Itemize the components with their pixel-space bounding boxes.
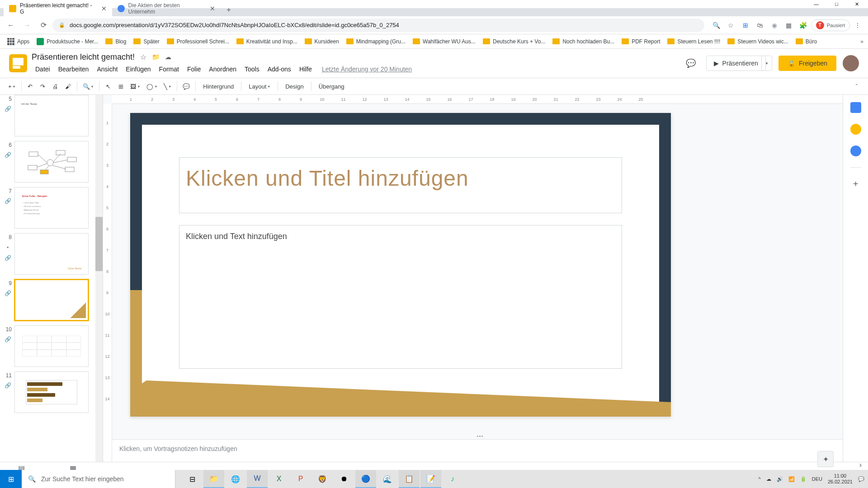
notes-resize-handle[interactable]: [473, 436, 486, 438]
explorer-icon[interactable]: 📁: [203, 470, 224, 488]
tasks-icon[interactable]: [850, 145, 861, 156]
document-name[interactable]: Präsentieren leicht gemacht!: [32, 52, 135, 62]
slide-canvas[interactable]: Klicken und Titel hinzufügen Klicken und…: [130, 113, 671, 417]
forward-button[interactable]: →: [20, 18, 34, 33]
design-button[interactable]: Design: [281, 80, 308, 92]
slide-thumbnail-10[interactable]: [14, 325, 89, 367]
bookmark-folder[interactable]: Professionell Schrei...: [164, 37, 232, 47]
task-view-icon[interactable]: ⊟: [182, 470, 203, 488]
calendar-icon[interactable]: [850, 102, 861, 113]
slide-thumbnail-8[interactable]: Tobias Becker: [14, 233, 89, 275]
bookmark-folder[interactable]: Kursideen: [302, 37, 342, 47]
comments-icon[interactable]: 💬: [682, 54, 700, 72]
bookmark-folder[interactable]: Deutsche Kurs + Vo...: [480, 37, 548, 47]
notifications-icon[interactable]: 💬: [858, 476, 864, 482]
present-button[interactable]: ▶ Präsentieren: [706, 56, 766, 71]
window-close[interactable]: ✕: [847, 0, 867, 8]
bookmark-star-icon[interactable]: ☆: [724, 19, 738, 32]
reload-button[interactable]: ⟳: [36, 18, 51, 33]
new-slide-button[interactable]: +▼: [5, 80, 19, 92]
slide-thumbnail-7[interactable]: Erste Folie - Beispiel• Lorem ipsum dolo…: [14, 187, 89, 229]
bookmark-folder[interactable]: Blog: [103, 37, 129, 47]
edge-icon[interactable]: 🌊: [377, 470, 398, 488]
battery-icon[interactable]: 🔋: [800, 476, 807, 482]
onedrive-icon[interactable]: ☁: [766, 476, 771, 482]
bookmark-folder[interactable]: Steuern Lesen !!!!: [665, 37, 723, 47]
slide-thumbnail-9-selected[interactable]: [14, 279, 89, 321]
start-button[interactable]: ⊞: [0, 470, 22, 488]
undo-button[interactable]: ↶: [24, 80, 36, 92]
speaker-notes[interactable]: Klicken, um Vortragsnotizen hinzuzufügen: [112, 439, 843, 462]
bookmark-folder[interactable]: Kreativität und Insp...: [234, 37, 300, 47]
body-placeholder[interactable]: Klicken und Text hinzufügen: [179, 225, 622, 369]
browser-tab-active[interactable]: Präsentieren leicht gemacht! - G ✕: [4, 1, 112, 16]
slide-panel[interactable]: 5🔗 Ich bin Texas 6🔗 7🔗 Erste Folie - Bei…: [0, 95, 103, 462]
zoom-icon[interactable]: 🔍: [710, 19, 723, 32]
bookmark-folder[interactable]: PDF Report: [619, 37, 663, 47]
line-tool[interactable]: ╲▼: [161, 80, 174, 92]
side-panel-toggle[interactable]: ›: [859, 461, 862, 469]
menu-file[interactable]: Datei: [32, 64, 54, 75]
close-icon[interactable]: ✕: [210, 5, 215, 12]
menu-format[interactable]: Format: [156, 64, 183, 75]
menu-insert[interactable]: Einfügen: [122, 64, 154, 75]
zoom-button[interactable]: 🔍▼: [80, 80, 97, 92]
menu-arrange[interactable]: Anordnen: [205, 64, 240, 75]
extensions-icon[interactable]: 🧩: [797, 19, 810, 32]
window-maximize[interactable]: □: [826, 0, 847, 8]
url-input[interactable]: 🔒 docs.google.com/presentation/d/1yV372S…: [52, 19, 704, 32]
bookmark-folder[interactable]: Noch hochladen Bu...: [550, 37, 617, 47]
shape-tool[interactable]: ◯▼: [144, 80, 160, 92]
star-icon[interactable]: ☆: [140, 53, 146, 61]
spotify-icon[interactable]: ♪: [442, 470, 463, 488]
edge-icon[interactable]: 🌐: [225, 470, 246, 488]
menu-icon[interactable]: ⋮: [851, 19, 864, 32]
present-dropdown[interactable]: ▼: [761, 56, 772, 71]
menu-slide[interactable]: Folie: [184, 64, 204, 75]
keep-icon[interactable]: [850, 124, 861, 135]
last-edit-link[interactable]: Letzte Änderung vor 20 Minuten: [322, 66, 412, 73]
slide-thumbnail-5[interactable]: Ich bin Texas: [14, 95, 89, 136]
canvas-area[interactable]: 1234567891011121314151617181920212223242…: [103, 95, 843, 462]
cloud-status-icon[interactable]: ☁: [165, 53, 171, 61]
image-tool[interactable]: 🖼▼: [127, 80, 143, 92]
textbox-tool[interactable]: ⊞: [115, 80, 127, 92]
bookmarks-overflow[interactable]: »: [860, 38, 863, 45]
paint-format-button[interactable]: 🖌: [62, 80, 74, 92]
user-avatar[interactable]: [843, 55, 859, 71]
transition-button[interactable]: Übergang: [314, 80, 349, 92]
volume-icon[interactable]: 🔊: [777, 476, 783, 482]
share-button[interactable]: 🔒 Freigeben: [778, 56, 836, 71]
bookmark-item[interactable]: Produktsuche - Mer...: [34, 36, 101, 47]
menu-tools[interactable]: Tools: [241, 64, 263, 75]
bookmark-folder[interactable]: Büro: [793, 37, 820, 47]
slides-logo-icon[interactable]: [9, 54, 27, 72]
print-button[interactable]: 🖨: [50, 80, 61, 92]
scrollbar-thumb[interactable]: [95, 217, 103, 271]
windows-search[interactable]: 🔍 Zur Suche Text hier eingeben: [22, 470, 175, 488]
browser-tab[interactable]: Die Aktien der besten Unternehm ✕: [112, 1, 221, 16]
bookmark-folder[interactable]: Wahlfächer WU Aus...: [410, 37, 478, 47]
explore-button[interactable]: ✦: [817, 451, 834, 467]
collapse-toolbar-icon[interactable]: ˆ: [851, 80, 863, 92]
extension-icon[interactable]: ▦: [782, 19, 796, 32]
bookmark-folder[interactable]: Mindmapping (Gru...: [344, 37, 408, 47]
apps-button[interactable]: Apps: [5, 36, 32, 47]
bookmark-folder[interactable]: Steuern Videos wic...: [725, 37, 791, 47]
select-tool[interactable]: ↖: [102, 80, 114, 92]
language-indicator[interactable]: DEU: [812, 476, 822, 482]
profile-paused[interactable]: T Pausiert: [811, 19, 850, 31]
background-button[interactable]: Hintergrund: [198, 80, 238, 92]
wifi-icon[interactable]: 📶: [788, 476, 795, 482]
tray-expand-icon[interactable]: ^: [759, 476, 761, 482]
scrollbar-track[interactable]: [95, 95, 103, 462]
extension-icon[interactable]: 🛍: [753, 19, 767, 32]
app-icon[interactable]: 📋: [399, 470, 420, 488]
slide-thumbnail-6[interactable]: [14, 141, 89, 183]
back-button[interactable]: ←: [4, 18, 18, 33]
redo-button[interactable]: ↷: [37, 80, 49, 92]
new-tab-button[interactable]: +: [222, 4, 235, 16]
window-minimize[interactable]: —: [806, 0, 826, 8]
bookmark-folder[interactable]: Später: [131, 37, 162, 47]
close-icon[interactable]: ✕: [101, 5, 107, 12]
